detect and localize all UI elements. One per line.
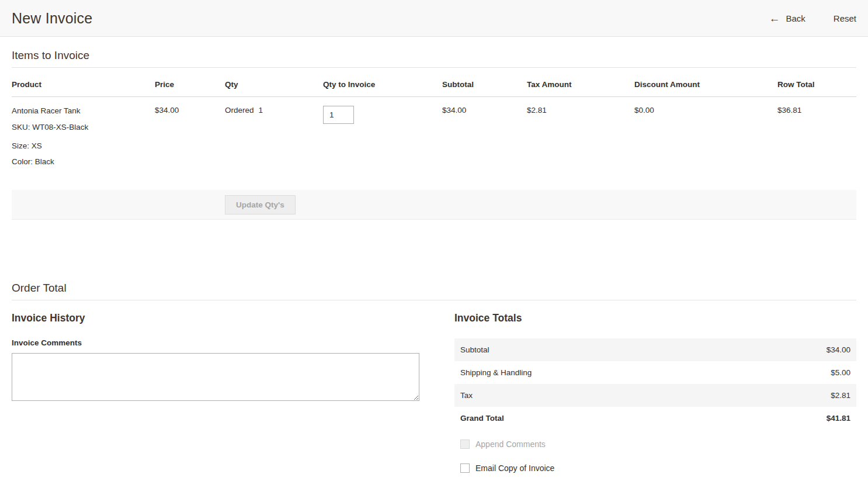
col-header-discount-amount: Discount Amount bbox=[634, 68, 777, 97]
append-comments-checkbox[interactable] bbox=[460, 440, 470, 449]
product-size: Size: XS bbox=[12, 141, 149, 151]
totals-row-tax: Tax $2.81 bbox=[454, 384, 856, 407]
col-header-row-total: Row Total bbox=[777, 68, 856, 97]
page-content: Items to Invoice Product Price Qty Qty t… bbox=[0, 37, 868, 481]
col-header-subtotal: Subtotal bbox=[442, 68, 527, 97]
item-price: $34.00 bbox=[155, 97, 225, 182]
invoice-totals-panel: Invoice Totals Subtotal $34.00 Shipping … bbox=[454, 312, 856, 481]
product-sku: SKU: WT08-XS-Black bbox=[12, 122, 149, 133]
email-copy-label: Email Copy of Invoice bbox=[475, 463, 554, 473]
totals-value: $5.00 bbox=[735, 361, 856, 384]
item-discount-amount: $0.00 bbox=[634, 97, 777, 182]
page-title: New Invoice bbox=[12, 10, 92, 27]
totals-row-subtotal: Subtotal $34.00 bbox=[454, 338, 856, 361]
invoice-comments-label: Invoice Comments bbox=[12, 338, 419, 347]
totals-value: $2.81 bbox=[735, 384, 856, 407]
email-copy-row: Email Copy of Invoice bbox=[460, 462, 856, 475]
col-header-qty-to-invoice: Qty to Invoice bbox=[323, 68, 442, 97]
email-copy-checkbox[interactable] bbox=[460, 463, 470, 473]
totals-label: Grand Total bbox=[454, 407, 735, 430]
append-comments-label: Append Comments bbox=[475, 440, 546, 449]
totals-label: Tax bbox=[454, 384, 735, 407]
items-to-invoice-title: Items to Invoice bbox=[12, 37, 856, 68]
totals-value: $41.81 bbox=[735, 407, 856, 430]
header-actions: ← Back Reset bbox=[769, 13, 856, 24]
back-arrow-icon: ← bbox=[769, 13, 780, 24]
page-header: New Invoice ← Back Reset bbox=[0, 0, 868, 37]
back-button[interactable]: ← Back bbox=[769, 13, 805, 24]
item-qty-to-invoice-cell bbox=[323, 97, 442, 182]
items-table: Product Price Qty Qty to Invoice Subtota… bbox=[12, 68, 856, 181]
item-qty-status: Ordered bbox=[225, 106, 254, 115]
qty-to-invoice-input[interactable] bbox=[323, 106, 354, 124]
product-name: Antonia Racer Tank bbox=[12, 106, 149, 116]
col-header-product: Product bbox=[12, 68, 155, 97]
invoice-history-title: Invoice History bbox=[12, 312, 419, 324]
item-row-total: $36.81 bbox=[777, 97, 856, 182]
item-subtotal: $34.00 bbox=[442, 97, 527, 182]
order-total-columns: Invoice History Invoice Comments Invoice… bbox=[12, 312, 856, 481]
totals-row-shipping: Shipping & Handling $5.00 bbox=[454, 361, 856, 384]
col-header-qty: Qty bbox=[225, 68, 323, 97]
invoice-history-panel: Invoice History Invoice Comments bbox=[12, 312, 419, 481]
col-header-price: Price bbox=[155, 68, 225, 97]
item-product-cell: Antonia Racer Tank SKU: WT08-XS-Black Si… bbox=[12, 97, 155, 182]
totals-value: $34.00 bbox=[735, 338, 856, 361]
item-row: Antonia Racer Tank SKU: WT08-XS-Black Si… bbox=[12, 97, 856, 182]
item-qty-ordered: 1 bbox=[259, 106, 263, 115]
invoice-comments-textarea[interactable] bbox=[12, 353, 419, 401]
update-qtys-band: Update Qty's bbox=[12, 190, 856, 220]
back-button-label: Back bbox=[786, 13, 805, 23]
reset-button-label: Reset bbox=[834, 13, 856, 23]
invoice-totals-table: Subtotal $34.00 Shipping & Handling $5.0… bbox=[454, 338, 856, 430]
update-qtys-button[interactable]: Update Qty's bbox=[225, 195, 296, 214]
item-qty-cell: Ordered 1 bbox=[225, 97, 323, 182]
totals-label: Subtotal bbox=[454, 338, 735, 361]
append-comments-row: Append Comments bbox=[460, 438, 856, 451]
items-header-row: Product Price Qty Qty to Invoice Subtota… bbox=[12, 68, 856, 97]
col-header-tax-amount: Tax Amount bbox=[527, 68, 634, 97]
totals-label: Shipping & Handling bbox=[454, 361, 735, 384]
order-total-title: Order Total bbox=[12, 269, 856, 300]
totals-row-grand-total: Grand Total $41.81 bbox=[454, 407, 856, 430]
item-tax-amount: $2.81 bbox=[527, 97, 634, 182]
invoice-totals-title: Invoice Totals bbox=[454, 312, 856, 324]
product-color: Color: Black bbox=[12, 157, 149, 167]
reset-button[interactable]: Reset bbox=[834, 13, 856, 23]
